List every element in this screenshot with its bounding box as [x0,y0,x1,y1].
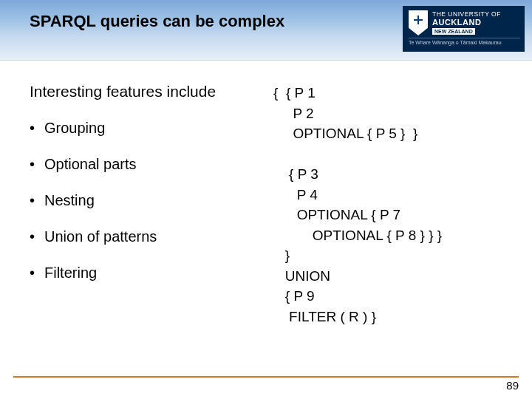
list-item: Nesting [30,192,273,209]
crest-icon [409,10,428,35]
intro-text: Interesting features include [30,83,273,100]
feature-list: Grouping Optional parts Nesting Union of… [30,120,273,282]
slide: SPARQL queries can be complex THE UNIVER… [0,0,532,399]
logo-tag: NEW ZEALAND [432,28,475,35]
slide-footer: 89 [0,376,532,392]
list-item: Grouping [30,120,273,137]
code-block: { { P 1 P 2 OPTIONAL { P 5 } } { P 3 P 4… [273,83,510,327]
slide-header: SPARQL queries can be complex THE UNIVER… [0,0,532,61]
footer-rule [13,376,519,378]
list-item: Union of patterns [30,228,273,245]
slide-body: Interesting features include Grouping Op… [0,61,532,327]
list-item: Filtering [30,265,273,282]
page-number: 89 [13,379,519,392]
logo-maori: Te Whare Wānanga o Tāmaki Makaurau [409,38,520,45]
list-item: Optional parts [30,156,273,173]
left-column: Interesting features include Grouping Op… [30,83,273,327]
university-logo: THE UNIVERSITY OF AUCKLAND NEW ZEALAND T… [403,6,525,52]
